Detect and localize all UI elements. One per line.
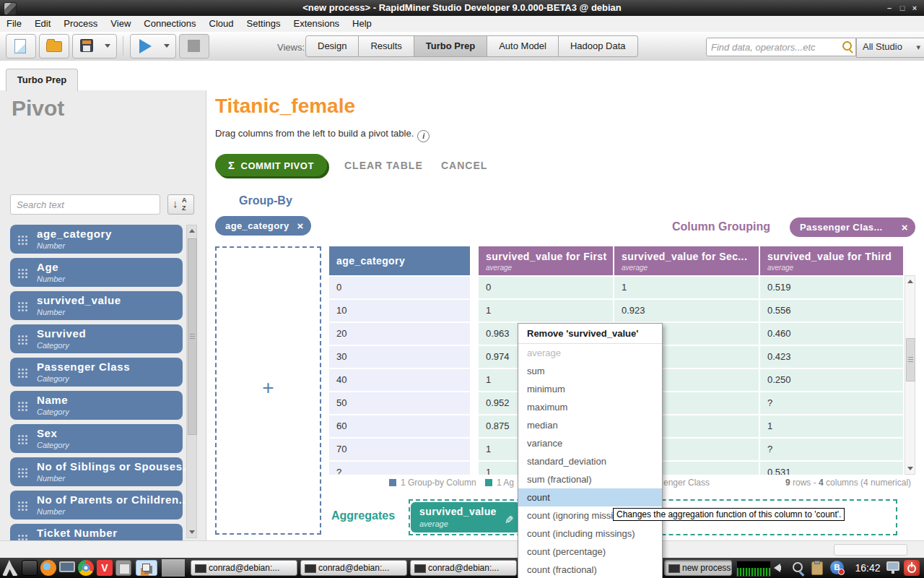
menu-item-extensions[interactable]: Extensions — [287, 16, 346, 32]
column-chip[interactable]: NameCategory — [10, 391, 183, 420]
sidebar-scrollbar-thumb[interactable] — [188, 238, 197, 435]
remove-chip-icon[interactable]: × — [902, 217, 908, 237]
menu-item-count-including-missings-[interactable]: count (including missings) — [518, 525, 662, 543]
context-menu-title[interactable]: Remove 'survived_value' — [518, 324, 662, 344]
thumb-grip — [908, 357, 913, 363]
open-process-button[interactable] — [39, 34, 69, 59]
table-scrollbar[interactable] — [905, 275, 915, 475]
tab-turbo-prep[interactable]: Turbo Prep — [6, 69, 78, 91]
view-tab-results[interactable]: Results — [359, 35, 414, 57]
save-process-button[interactable] — [72, 34, 117, 59]
close-icon[interactable]: × — [909, 0, 920, 16]
info-icon[interactable]: i — [417, 130, 430, 142]
menu-item-settings[interactable]: Settings — [240, 16, 287, 32]
column-chip[interactable]: SurvivedCategory — [10, 324, 183, 353]
remove-chip-icon[interactable]: × — [297, 216, 303, 236]
group-by-chip[interactable]: age_category × — [215, 216, 311, 236]
scroll-up-icon[interactable] — [189, 229, 195, 233]
menu-item-help[interactable]: Help — [346, 16, 378, 32]
column-header[interactable]: survived_value for Sec...average — [614, 246, 759, 275]
run-dropdown-icon[interactable] — [164, 44, 170, 48]
cpu-graph-icon[interactable] — [736, 561, 771, 577]
volume-icon[interactable] — [774, 564, 780, 572]
terminal-icon[interactable] — [22, 560, 38, 576]
bluetooth-icon[interactable]: B — [830, 561, 844, 574]
scroll-up-icon[interactable] — [907, 280, 913, 283]
view-tab-turbo-prep[interactable]: Turbo Prep — [414, 35, 487, 57]
menu-item-view[interactable]: View — [104, 16, 137, 32]
menu-item-standard-deviation[interactable]: standard_deviation — [518, 452, 662, 470]
menu-item-edit[interactable]: Edit — [28, 16, 57, 32]
stop-button[interactable] — [179, 34, 209, 59]
maximize-icon[interactable]: □ — [897, 0, 908, 16]
taskbar-window-button[interactable]: conrad@debian:... — [300, 560, 407, 576]
column-chip[interactable]: survived_valueNumber — [10, 291, 183, 320]
search-icon[interactable] — [842, 41, 852, 51]
view-tab-auto-model[interactable]: Auto Model — [487, 35, 559, 57]
sidebar-scrollbar[interactable] — [186, 225, 197, 538]
menu-item-sum[interactable]: sum — [518, 362, 662, 380]
save-dropdown-icon[interactable] — [105, 44, 110, 48]
global-search-input[interactable] — [710, 39, 835, 55]
menu-item-average[interactable]: average — [518, 344, 662, 362]
vivaldi-icon[interactable]: V — [97, 560, 113, 576]
menu-item-process[interactable]: Process — [57, 16, 104, 32]
lock-screen-icon[interactable] — [886, 561, 899, 571]
clear-table-button[interactable]: CLEAR TABLE — [344, 160, 423, 171]
column-header[interactable]: survived_value for Thirdaverage — [760, 246, 903, 275]
screenshot-icon[interactable] — [793, 562, 803, 572]
power-icon[interactable] — [904, 560, 920, 576]
menu-item-count-fractional-[interactable]: count (fractional) — [518, 561, 662, 578]
commit-pivot-button[interactable]: ΣCOMMIT PIVOT — [215, 154, 327, 176]
column-search-box[interactable] — [10, 194, 160, 215]
cancel-button[interactable]: CANCEL — [441, 160, 487, 171]
menu-item-sum-fractional-[interactable]: sum (fractional) — [518, 470, 662, 488]
menu-item-maximum[interactable]: maximum — [518, 398, 662, 416]
menu-item-variance[interactable]: variance — [518, 434, 662, 452]
launcher-icon[interactable] — [2, 560, 18, 576]
column-chip[interactable]: SexCategory — [10, 424, 183, 453]
view-tab-hadoop-data[interactable]: Hadoop Data — [559, 35, 638, 57]
firefox-icon[interactable] — [40, 560, 56, 576]
menu-item-connections[interactable]: Connections — [137, 16, 202, 32]
display-icon[interactable] — [59, 561, 75, 572]
run-button[interactable] — [130, 34, 176, 59]
column-chip[interactable]: No of Siblings or Spouses...Number — [10, 457, 183, 486]
taskbar-window-button[interactable]: conrad@debian:... — [191, 560, 297, 576]
menu-item-median[interactable]: median — [518, 416, 662, 434]
scroll-down-icon[interactable] — [189, 530, 195, 534]
sort-arrow-icon: ↓ — [173, 197, 178, 210]
menu-item-cloud[interactable]: Cloud — [203, 16, 240, 32]
search-scope-dropdown[interactable]: All Studio ▾ — [856, 38, 924, 58]
aggregate-chip[interactable]: survived_value average ✎ — [411, 502, 520, 532]
column-header[interactable]: age_category — [329, 246, 470, 275]
clipboard-icon[interactable] — [811, 561, 823, 575]
taskbar-window-button[interactable]: conrad@debian:... — [410, 560, 517, 576]
menu-item-minimum[interactable]: minimum — [518, 380, 662, 398]
column-chip[interactable]: Ticket NumberNumber — [10, 524, 183, 540]
column-chip[interactable]: No of Parents or Children...Number — [10, 491, 183, 519]
global-search-box[interactable] — [706, 38, 856, 56]
window-icon — [414, 564, 426, 573]
chrome-icon[interactable] — [78, 560, 94, 576]
column-grouping-chip[interactable]: Passenger Clas... × — [790, 217, 915, 237]
column-search-input[interactable] — [15, 197, 155, 212]
sort-button[interactable]: ↓ AZ — [167, 194, 194, 215]
column-header[interactable]: survived_value for Firstaverage — [479, 246, 613, 275]
minimize-icon[interactable]: – — [884, 0, 895, 16]
column-chip[interactable]: Passenger ClassCategory — [10, 358, 183, 387]
table-scrollbar-thumb[interactable] — [906, 338, 915, 381]
rapidminer-taskbar-icon[interactable] — [136, 560, 157, 576]
new-process-button[interactable] — [6, 34, 36, 59]
menu-item-count-percentage-[interactable]: count (percentage) — [518, 543, 662, 561]
scroll-down-icon[interactable] — [907, 467, 913, 470]
workspaces-icon[interactable] — [116, 560, 131, 576]
column-chip[interactable]: AgeNumber — [10, 258, 183, 287]
row-dropzone[interactable]: + — [215, 246, 321, 535]
view-tab-design[interactable]: Design — [305, 35, 359, 57]
column-chip[interactable]: age_categoryNumber — [10, 225, 183, 254]
taskbar-window-button[interactable]: new process> ... — [664, 560, 732, 576]
edit-pencil-icon[interactable]: ✎ — [505, 514, 514, 527]
menu-item-count[interactable]: count — [518, 488, 662, 506]
menu-item-file[interactable]: File — [0, 16, 28, 32]
